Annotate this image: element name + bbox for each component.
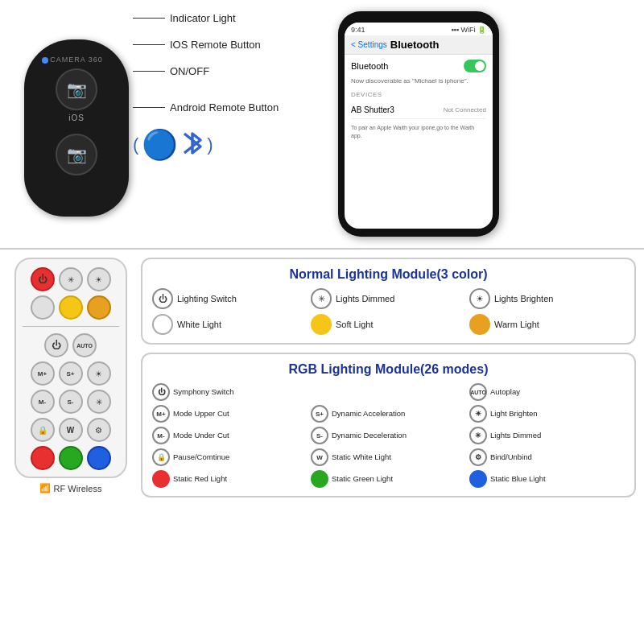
rgb-item-mplus: M+ Mode Upper Cut [152,405,308,423]
rgb-module-grid: ⏻ Symphony Switch AUTO Autoplay M+ Mode … [152,383,625,488]
white-circle-icon [152,314,173,335]
annotation-line-4 [133,107,165,108]
camera-icon: 📷 [67,80,87,99]
normal-lighting-panel: Normal Lighting Module(3 color) ⏻ Lighti… [141,258,636,345]
annotation-line-2 [133,44,165,45]
remote-w-btn[interactable]: W [59,418,83,442]
rgb-item-staticgreen: Static Green Light [311,470,466,488]
rgb-auto-icon: AUTO [469,383,487,401]
remote-dim2-btn[interactable]: ✳ [87,390,111,414]
phone-screen: 9:41 ▪▪▪ WiFi 🔋 < Settings Bluetooth Blu… [345,23,493,229]
rgb-label-mminus: Mode Under Cut [173,431,229,440]
pair-text: To pair an Apple Waith your ipone,go to … [351,124,486,140]
normal-label-3: Lights Brighten [494,294,553,303]
normal-item-4: White Light [152,314,308,335]
remote-lock-btn[interactable]: 🔒 [31,418,55,442]
bluetooth-symbol-svg [181,130,204,159]
bluetooth-toggle[interactable] [464,60,486,72]
rf-remote-body: ⏻ ✳ ☀ ⏻ AUTO M+ S+ ☀ [14,258,127,478]
normal-item-3: ☀ Lights Brighten [469,288,625,309]
rgb-item-sminus: S- Dynamic Deceleration [311,427,466,444]
rgb-item-staticwhite: W Static White Light [311,448,466,466]
devices-section-title: DEVICES [351,91,486,98]
remote-mminus-btn[interactable]: M- [31,390,55,414]
rgb-item-lightsdim: ✳ Lights Dimmed [469,427,625,444]
ios-label: iOS [68,114,85,122]
annotation-text-1: Indicator Light [170,12,236,24]
annotation-text-4: Android Remote Button [170,101,279,114]
rgb-blue-circle [469,470,487,488]
remote-red-btn[interactable] [31,446,55,470]
rgb-w-icon: W [311,448,328,466]
normal-item-6: Warm Light [469,314,625,335]
remote-mplus-btn[interactable]: M+ [31,361,55,386]
sun-bright-icon-1: ☀ [469,288,490,309]
remote-bright-btn[interactable]: ☀ [87,267,111,291]
rgb-sminus-icon: S- [311,427,328,444]
phone-back-button[interactable]: < Settings [351,40,387,49]
normal-item-2: ✳ Lights Dimmed [311,288,466,309]
phone-status-bar: 9:41 ▪▪▪ WiFi 🔋 [345,23,493,35]
rgb-label-pause: Pause/Comtinue [173,452,229,461]
phone-signal: ▪▪▪ WiFi 🔋 [451,26,486,34]
remote-power-btn[interactable]: ⏻ [31,267,55,291]
indicator-light [42,57,48,64]
remote-sminus-btn[interactable]: S- [59,390,83,414]
bluetooth-toggle-row: Bluetooth [351,60,486,72]
normal-label-2: Lights Dimmed [336,294,394,303]
rgb-label-staticwhite: Static White Light [332,452,391,461]
remote-row-2 [31,295,111,320]
rgb-item-bind: ⚙ Bind/Unbind [469,448,625,466]
bluetooth-symbol-area: ( 🔵 ) [133,128,286,162]
device-row[interactable]: AB Shutter3 Not Connected [351,101,486,119]
rf-label-text: RF Wireless [54,484,102,493]
discoverable-text: Now discoverable as "Michael is iphone". [351,77,486,85]
annotation-indicator: Indicator Light [133,12,286,24]
rgb-lighting-panel: RGB Lighting Module(26 modes) ⏻ Symphony… [141,353,636,497]
bluetooth-icon: 🔵 [142,128,178,162]
rgb-label-bind: Bind/Unbind [490,452,532,461]
top-section: CAMERA 360 📷 iOS 📷 Indicator Light IOS R… [0,0,644,250]
normal-module-grid: ⏻ Lighting Switch ✳ Lights Dimmed ☀ Ligh… [152,288,625,335]
rgb-label-lightsdim: Lights Dimmed [490,431,541,440]
camera-label: CAMERA 360 [50,56,103,64]
rgb-lock-icon: 🔒 [152,448,170,466]
remote-green-btn[interactable] [59,446,83,470]
rgb-item-autoplay: AUTO Autoplay [469,383,625,401]
rgb-label-autoplay: Autoplay [490,387,520,396]
rgb-label-staticred: Static Red Light [173,474,227,483]
rgb-label-lightbright: Light Brighten [490,409,538,418]
remote-warm-btn[interactable] [87,295,111,320]
remote-dim-btn[interactable]: ✳ [59,267,83,291]
bt-wave-left: ( [133,134,138,155]
rgb-module-title: RGB Lighting Module(26 modes) [152,362,625,377]
ios-button[interactable]: 📷 [56,68,97,110]
rgb-item-staticblue: Static Blue Light [469,470,625,488]
remote-auto-btn[interactable]: AUTO [72,333,97,357]
orange-circle-icon [469,314,490,335]
annotation-onoff: ON/OFF [133,65,286,77]
sun-dim-icon-1: ✳ [311,288,332,309]
rgb-power-icon: ⏻ [152,383,170,401]
camera-remote-area: CAMERA 360 📷 iOS 📷 Indicator Light IOS R… [8,12,298,236]
remote-splus-btn[interactable]: S+ [59,361,83,386]
android-button[interactable]: 📷 [56,134,97,175]
remote-power2-btn[interactable]: ⏻ [44,333,68,357]
rgb-item-lightbright: ☀ Light Brighten [469,405,625,423]
remote-gear-btn[interactable]: ⚙ [87,418,111,442]
rgb-item-pause: 🔒 Pause/Comtinue [152,448,308,466]
phone-title: Bluetooth [390,39,440,51]
normal-label-4: White Light [177,320,221,329]
rgb-item-staticred: Static Red Light [152,470,308,488]
remote-row-3: ⏻ AUTO [44,333,97,357]
info-panels-column: Normal Lighting Module(3 color) ⏻ Lighti… [141,258,636,636]
remote-white-btn[interactable] [31,295,55,320]
android-camera-icon: 📷 [67,145,87,164]
remote-blue-btn[interactable] [87,446,111,470]
device-name: AB Shutter3 [351,105,394,114]
rgb-label-symphony: Symphony Switch [173,387,234,396]
remote-yellow-btn[interactable] [59,295,83,320]
rgb-green-circle [311,470,328,488]
rgb-label-staticblue: Static Blue Light [490,474,546,483]
remote-bright2-btn[interactable]: ☀ [87,361,111,386]
